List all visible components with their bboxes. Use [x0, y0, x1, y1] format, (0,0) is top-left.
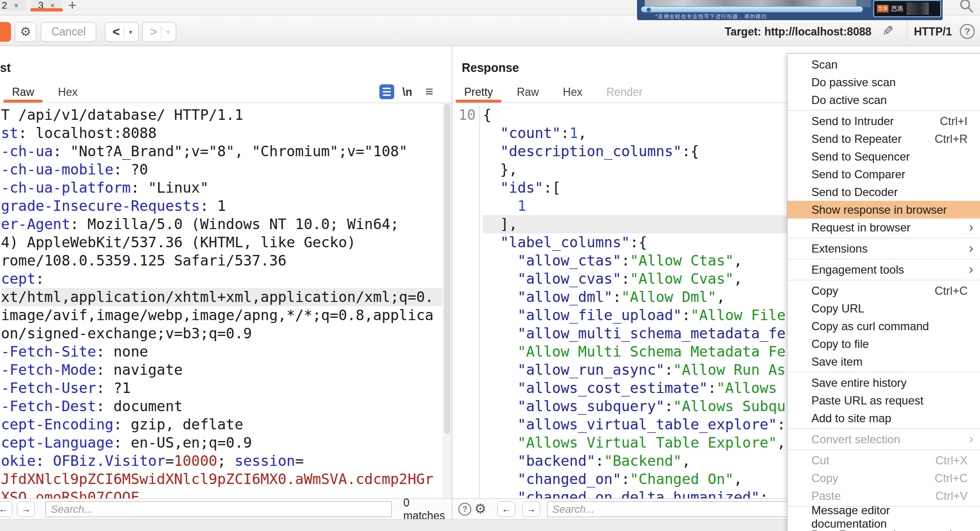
menu-item-send-to-intruder[interactable]: Send to IntruderCtrl+I	[787, 112, 980, 130]
code-line: okie: OFBiz.Visitor=10000; session=	[1, 452, 444, 470]
menu-item-send-to-sequencer[interactable]: Send to Sequencer	[787, 148, 980, 165]
panel-splitter[interactable]	[452, 46, 452, 519]
line-number	[452, 470, 479, 488]
code-line: -Fetch-Site: none	[1, 343, 444, 361]
menu-item-send-to-repeater[interactable]: Send to RepeaterCtrl+R	[787, 130, 980, 148]
cancel-button[interactable]: Cancel	[41, 22, 96, 42]
menu-item-extensions[interactable]: Extensions›	[787, 240, 980, 257]
show-newlines-icon[interactable]: \n	[402, 86, 412, 99]
right-arrow-icon: →	[21, 504, 31, 515]
request-search-input[interactable]	[46, 501, 392, 517]
target-label: Target: http://localhost:8088	[725, 22, 871, 42]
menu-item-label: Convert selection	[811, 433, 900, 446]
line-number	[452, 142, 479, 161]
menu-item-shortcut: Ctrl+V	[935, 489, 968, 503]
menu-item-copy-url[interactable]: Copy URL	[787, 300, 980, 317]
menu-item-save-entire-history[interactable]: Save entire history	[787, 374, 980, 392]
menu-item-copy-as-curl-command[interactable]: Copy as curl command	[787, 317, 980, 335]
menu-item-paste-url-as-request[interactable]: Paste URL as request	[787, 392, 980, 409]
video-pip-frame: 导演 恩惠	[873, 0, 941, 17]
menu-item-burp-repeater-documentation[interactable]: Burp Repeater documentation	[787, 526, 980, 531]
code-line: xt/html,application/xhtml+xml,applicatio…	[1, 288, 444, 306]
response-panel-title: Response	[462, 61, 519, 75]
menu-separator	[787, 450, 980, 450]
menu-separator	[787, 238, 980, 238]
video-caption: *直播全程在专业指导下进行拍摄，请勿模仿	[655, 13, 767, 20]
dropdown-caret-icon[interactable]: ▼	[161, 29, 174, 35]
browser-search-icon[interactable]	[959, 0, 975, 16]
selected-tab-underline	[30, 8, 63, 12]
pretty-print-icon[interactable]	[379, 84, 394, 99]
request-scrollbar[interactable]	[443, 103, 452, 498]
search-next-button[interactable]: →	[522, 501, 540, 517]
menu-item-label: Send to Repeater	[811, 132, 901, 146]
menu-item-add-to-site-map[interactable]: Add to site map	[787, 409, 980, 427]
menu-item-copy: CopyCtrl+C	[787, 469, 980, 487]
request-settings-button[interactable]: ⚙	[15, 22, 36, 42]
dropdown-caret-icon[interactable]: ▼	[124, 29, 137, 35]
menu-item-engagement-tools[interactable]: Engagement tools›	[787, 261, 980, 278]
video-progress-bar[interactable]	[641, 6, 863, 12]
tab-raw[interactable]: Raw	[0, 82, 46, 103]
gear-icon[interactable]: ⚙	[474, 501, 486, 517]
context-menu: ScanDo passive scanDo active scanSend to…	[787, 53, 980, 531]
submenu-arrow-icon: ›	[969, 431, 973, 446]
send-button-fragment[interactable]	[0, 22, 11, 42]
line-number	[452, 434, 479, 452]
menu-item-request-in-browser[interactable]: Request in browser›	[787, 219, 980, 236]
request-view-tabs: Raw Hex	[0, 82, 90, 103]
search-next-button[interactable]: →	[17, 501, 35, 517]
menu-separator	[787, 280, 980, 280]
tab-label: 2	[2, 0, 7, 11]
floating-video-overlay: *直播全程在专业指导下进行拍摄，请勿模仿 导演 恩惠	[637, 0, 943, 20]
help-icon[interactable]: ?	[458, 503, 471, 516]
menu-item-do-active-scan[interactable]: Do active scan	[787, 91, 980, 109]
menu-item-send-to-decoder[interactable]: Send to Decoder	[787, 183, 980, 201]
right-arrow-icon: →	[526, 504, 536, 515]
request-editor[interactable]: T /api/v1/database/ HTTP/1.1st: localhos…	[0, 103, 444, 498]
back-history-button[interactable]: < ▼	[105, 22, 139, 42]
menu-item-label: Add to site map	[811, 412, 891, 425]
menu-item-save-item[interactable]: Save item	[787, 353, 980, 370]
tab-raw[interactable]: Raw	[505, 82, 551, 103]
menu-item-label: Copy to file	[811, 337, 869, 351]
menu-item-shortcut: Ctrl+C	[934, 284, 968, 298]
menu-item-copy[interactable]: CopyCtrl+C	[787, 282, 980, 300]
code-line: on/signed-exchange;v=b3;q=0.9	[1, 324, 444, 343]
browser-menu-dots-icon[interactable]: ⋮	[975, 0, 980, 14]
line-number	[452, 233, 479, 252]
tab-pretty[interactable]: Pretty	[452, 82, 505, 103]
menu-item-do-passive-scan[interactable]: Do passive scan	[787, 73, 980, 91]
request-search-bar: ← → 0 matches	[0, 498, 452, 519]
tab-close-icon[interactable]: ×	[14, 1, 18, 10]
scrollbar-thumb[interactable]	[444, 104, 450, 434]
search-prev-button[interactable]: ←	[497, 501, 515, 517]
menu-item-label: Copy URL	[811, 302, 865, 315]
editor-menu-icon[interactable]: ≡	[425, 84, 433, 99]
menu-item-send-to-comparer[interactable]: Send to Comparer	[787, 165, 980, 183]
submenu-arrow-icon: ›	[969, 240, 973, 255]
edit-target-pencil-icon[interactable]: ✎	[882, 23, 893, 39]
help-icon[interactable]: ?	[960, 24, 975, 39]
code-line: -Fetch-Dest: document	[1, 397, 444, 416]
menu-separator	[787, 110, 980, 111]
video-progress-knob[interactable]	[647, 8, 651, 12]
menu-item-message-editor-documentation[interactable]: Message editor documentation	[787, 508, 980, 526]
menu-item-scan[interactable]: Scan	[787, 56, 980, 73]
left-arrow-icon: ←	[0, 504, 8, 515]
tab-hex[interactable]: Hex	[551, 82, 594, 103]
menu-item-copy-to-file[interactable]: Copy to file	[787, 335, 980, 353]
menu-item-label: Do passive scan	[811, 76, 896, 89]
menu-separator	[787, 259, 980, 259]
forward-history-button[interactable]: > ▼	[142, 22, 176, 42]
repeater-tab-2[interactable]: 2 ×	[0, 0, 27, 11]
tab-hex[interactable]: Hex	[46, 82, 90, 103]
code-line: image/avif,image/webp,image/apng,*/*;q=0…	[1, 306, 444, 324]
search-prev-button[interactable]: ←	[0, 501, 12, 517]
menu-item-label: Show response in browser	[811, 203, 947, 217]
menu-item-show-response-in-browser[interactable]: Show response in browser	[787, 201, 980, 219]
new-tab-button[interactable]: +	[65, 0, 80, 13]
menu-item-label: Save entire history	[811, 376, 907, 390]
line-number: 10	[452, 106, 479, 124]
submenu-arrow-icon: ›	[969, 261, 973, 277]
